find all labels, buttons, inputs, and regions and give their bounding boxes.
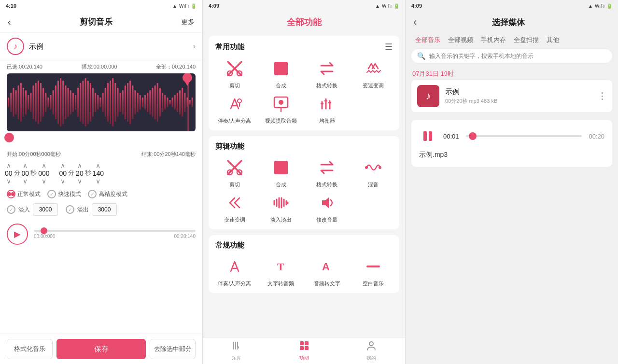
file-selector-row[interactable]: ♪ 示例 › bbox=[0, 33, 202, 60]
play-start-time: 00:00:000 bbox=[34, 234, 56, 239]
signal-icon-3: ▲ bbox=[588, 3, 593, 9]
player-progress-thumb[interactable] bbox=[469, 132, 477, 140]
svg-rect-113 bbox=[300, 346, 304, 350]
func-cut[interactable]: 剪切 bbox=[213, 58, 256, 89]
tab-all-music[interactable]: 全部音乐 bbox=[412, 35, 443, 45]
start-sec-spinner[interactable]: ∧ 00 ∨ bbox=[22, 162, 29, 185]
play-end-time: 00:20:140 bbox=[174, 234, 196, 239]
general-silence-label: 空白音乐 bbox=[363, 280, 384, 287]
general-func-vocal[interactable]: 伴奏/人声分离 bbox=[213, 256, 256, 287]
tab-full-scan[interactable]: 全盘扫描 bbox=[511, 35, 542, 45]
back-button[interactable]: ‹ bbox=[8, 16, 11, 28]
nav-mine-label: 我的 bbox=[366, 355, 376, 362]
fade-in-input[interactable] bbox=[33, 203, 58, 216]
fade-in-check[interactable]: ✓ bbox=[7, 205, 15, 214]
media-more-icon[interactable]: ⋮ bbox=[598, 91, 606, 101]
edit-section-header: 剪辑功能 bbox=[213, 142, 394, 151]
edit-func-cut[interactable]: 剪切 bbox=[213, 157, 256, 188]
mode-normal-label: 正常模式 bbox=[17, 190, 41, 198]
time-selected: 已选:00:20.140 bbox=[7, 63, 42, 70]
search-input[interactable] bbox=[429, 53, 606, 59]
edit-func-fade[interactable]: 淡入淡出 bbox=[260, 192, 302, 224]
svg-rect-68 bbox=[177, 93, 178, 112]
func-vocal[interactable]: 伴奏/人声分离 bbox=[213, 93, 256, 125]
time-spinners: ∧ 00 ∨ 分 ∧ 00 ∨ 秒 ∧ 000 ∨ ∧ 00 ∨ 分 ∧ 20 … bbox=[0, 162, 202, 185]
down-arrow[interactable]: ∨ bbox=[6, 177, 11, 185]
func-speed-label: 变速变调 bbox=[363, 82, 384, 89]
edit-func-speed[interactable]: 变速变调 bbox=[213, 192, 256, 224]
time-total: 全部：00:20.140 bbox=[156, 63, 196, 70]
edit-speed-label: 变速变调 bbox=[224, 216, 245, 224]
radio-fast[interactable]: ✓ bbox=[47, 190, 56, 198]
func-merge[interactable]: 合成 bbox=[260, 58, 302, 89]
extract-icon bbox=[270, 93, 292, 114]
fade-out-label: 淡出 bbox=[77, 206, 89, 214]
status-icons-1: ▲ WiFi 🔋 bbox=[172, 3, 197, 9]
edit-func-convert[interactable]: 格式转换 bbox=[306, 157, 349, 188]
svg-rect-55 bbox=[144, 95, 146, 110]
nav-library[interactable]: 乐库 bbox=[203, 337, 270, 364]
functions-icon bbox=[299, 340, 309, 353]
mode-selection: 正常模式 ✓ 快速模式 ✓ 高精度模式 bbox=[0, 185, 202, 201]
fade-out-input[interactable] bbox=[92, 203, 117, 216]
player-progress-bar[interactable] bbox=[466, 135, 582, 137]
start-time-label: 开始:00分00秒000毫秒 bbox=[7, 151, 61, 158]
general-func-tts[interactable]: T 文字转音频 bbox=[260, 256, 302, 287]
progress-track[interactable] bbox=[34, 230, 196, 232]
func-speed[interactable]: 变速变调 bbox=[352, 58, 394, 89]
header-functions: 全部功能 bbox=[203, 12, 405, 33]
up-arrow[interactable]: ∧ bbox=[6, 162, 11, 169]
end-sec-spinner[interactable]: ∧ 20 ∨ bbox=[76, 162, 84, 185]
svg-point-99 bbox=[379, 166, 381, 169]
pause-button[interactable] bbox=[419, 127, 436, 145]
svg-rect-48 bbox=[127, 83, 128, 122]
func-eq[interactable]: 均衡器 bbox=[306, 93, 349, 125]
mode-hq[interactable]: ✓ 高精度模式 bbox=[88, 190, 127, 198]
nav-mine[interactable]: 我的 bbox=[337, 337, 405, 364]
format-music-button[interactable]: 格式化音乐 bbox=[7, 339, 53, 359]
end-min-spinner[interactable]: ∧ 00 ∨ bbox=[59, 162, 67, 185]
nav-functions[interactable]: 功能 bbox=[270, 337, 338, 364]
page-title-media: 选择媒体 bbox=[422, 17, 594, 28]
general-func-silence[interactable]: 空白音乐 bbox=[352, 256, 394, 287]
fade-in-option[interactable]: ✓ 淡入 bbox=[7, 203, 58, 216]
start-min-spinner[interactable]: ∧ 00 ∨ bbox=[5, 162, 13, 185]
progress-bar[interactable]: 00:00:000 00:20:140 bbox=[34, 230, 196, 239]
func-extract[interactable]: 视频提取音频 bbox=[260, 93, 302, 125]
func-convert-label: 格式转换 bbox=[316, 82, 337, 89]
tab-phone-storage[interactable]: 手机内存 bbox=[478, 35, 509, 45]
func-convert[interactable]: 格式转换 bbox=[306, 58, 349, 89]
media-list-item[interactable]: ♪ 示例 00分20秒 mp3 483 kB ⋮ bbox=[411, 80, 612, 112]
svg-rect-57 bbox=[149, 90, 151, 114]
fade-in-label: 淡入 bbox=[18, 206, 30, 214]
mode-normal[interactable]: 正常模式 bbox=[7, 190, 41, 198]
progress-thumb[interactable] bbox=[41, 227, 47, 234]
svg-rect-52 bbox=[137, 93, 139, 112]
more-button[interactable]: 更多 bbox=[181, 18, 195, 27]
fade-out-option[interactable]: ✓ 淡出 bbox=[66, 203, 117, 216]
edit-func-volume[interactable]: 修改音量 bbox=[306, 192, 349, 224]
svg-rect-22 bbox=[62, 81, 64, 124]
svg-rect-41 bbox=[110, 81, 111, 124]
radio-normal[interactable] bbox=[7, 190, 15, 198]
save-button[interactable]: 保存 bbox=[56, 339, 146, 359]
general-func-stt[interactable]: A 音频转文字 bbox=[306, 256, 349, 287]
tab-other[interactable]: 其他 bbox=[544, 35, 562, 45]
end-ms-spinner[interactable]: ∧ 140 ∨ bbox=[93, 162, 104, 185]
edit-func-mix[interactable]: 混音 bbox=[352, 157, 394, 188]
remove-selected-button[interactable]: 去除选中部分 bbox=[150, 339, 196, 359]
edit-func-merge[interactable]: 合成 bbox=[260, 157, 302, 188]
start-ms-spinner[interactable]: ∧ 000 ∨ bbox=[38, 162, 49, 185]
silence-icon bbox=[363, 256, 384, 277]
svg-rect-53 bbox=[140, 95, 141, 110]
radio-hq[interactable]: ✓ bbox=[88, 190, 97, 198]
back-button-3[interactable]: ‹ bbox=[413, 16, 417, 28]
status-icons-3: ▲ WiFi 🔋 bbox=[588, 3, 612, 9]
mode-fast[interactable]: ✓ 快速模式 bbox=[47, 190, 81, 198]
common-funcs-grid: 剪切 合成 格式转换 变速变调 bbox=[213, 58, 394, 125]
waveform-display[interactable]: // Draw waveform bars inline bbox=[7, 73, 196, 131]
fade-out-check[interactable]: ✓ bbox=[66, 205, 74, 214]
play-button[interactable]: ▶ bbox=[7, 224, 28, 245]
general-vocal-label: 伴奏/人声分离 bbox=[218, 280, 251, 287]
tab-all-video[interactable]: 全部视频 bbox=[445, 35, 476, 45]
